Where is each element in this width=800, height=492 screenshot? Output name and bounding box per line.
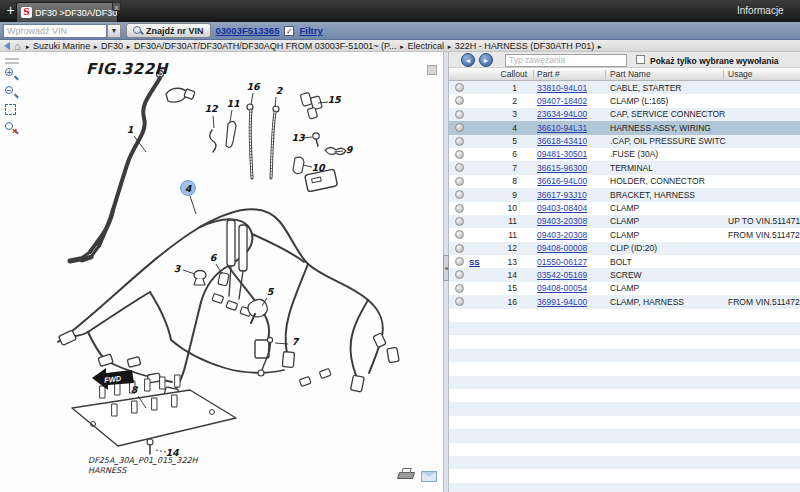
table-row[interactable]: 2 09407-18402 CLAMP (L:165)	[449, 94, 800, 107]
locate-callout-icon[interactable]	[455, 190, 464, 199]
locate-callout-icon[interactable]	[455, 96, 464, 105]
part-number-link[interactable]: 09407-18402	[537, 96, 587, 106]
part-number-link[interactable]: 36616-94L00	[537, 176, 587, 186]
diagram-callout-10[interactable]: 10	[311, 162, 326, 173]
part-number-link[interactable]: 36991-94L00	[537, 297, 587, 307]
fit-to-screen-icon[interactable]	[5, 104, 19, 118]
diagram-callout-16[interactable]: 16	[246, 81, 261, 92]
table-row[interactable]: 3 23634-94L00 CAP, SERVICE CONNECTOR	[449, 108, 800, 121]
locate-callout-icon[interactable]	[455, 137, 464, 146]
part-number-link[interactable]: 09403-08404	[537, 203, 587, 213]
breadcrumb-item[interactable]: DF30	[99, 41, 126, 51]
table-row[interactable]: 4 36610-94L31 HARNESS ASSY, WIRING	[449, 121, 800, 134]
diagram-callout-4[interactable]: 4	[185, 183, 192, 194]
part-number-link[interactable]: 36610-94L31	[537, 123, 587, 133]
back-button[interactable]: ◄	[461, 53, 475, 67]
show-selected-checkbox[interactable]	[636, 55, 645, 64]
information-link[interactable]: Informacje	[737, 5, 800, 16]
print-icon[interactable]	[398, 468, 416, 481]
diagram-callout-6[interactable]: 6	[210, 252, 218, 263]
part-number-link[interactable]: 36617-93J10	[537, 190, 587, 200]
header-part-name[interactable]: Part Name	[610, 69, 651, 79]
header-part[interactable]: Part #	[537, 69, 560, 79]
toolbar-grip[interactable]	[5, 58, 23, 64]
locate-callout-icon[interactable]	[455, 217, 464, 226]
diagram-callout-8[interactable]: 8	[131, 384, 139, 395]
locate-callout-icon[interactable]	[455, 163, 464, 172]
zoom-cancel-icon[interactable]: ×	[5, 122, 19, 136]
breadcrumb-item[interactable]: Electrical	[405, 41, 447, 51]
show-selected-label: Pokaż tylko wybrane wywołania	[650, 56, 779, 66]
zoom-in-icon[interactable]: +	[5, 68, 19, 82]
locate-callout-icon[interactable]	[455, 177, 464, 186]
narrow-filter-input[interactable]	[505, 54, 627, 67]
table-row[interactable]: 11 09403-20308 CLAMP FROM VIN.511472	[449, 228, 800, 241]
part-number-link[interactable]: 09403-20308	[537, 230, 587, 240]
diagram-callout-1[interactable]: 1	[127, 124, 134, 135]
locate-callout-icon[interactable]	[455, 204, 464, 213]
table-row[interactable]: 1 33810-94L01 CABLE, STARTER	[449, 81, 800, 94]
diagram-callout-9[interactable]: 9	[346, 144, 354, 155]
part-number-link[interactable]: 01550-06127	[537, 257, 587, 267]
forward-button[interactable]: ►	[479, 53, 493, 67]
locate-callout-icon[interactable]	[455, 270, 464, 279]
locate-callout-icon[interactable]	[455, 244, 464, 253]
diagram-callout-11[interactable]: 11	[226, 98, 240, 109]
diagram-callout-7[interactable]: 7	[292, 336, 300, 347]
locate-callout-icon[interactable]	[455, 284, 464, 293]
locate-callout-icon[interactable]	[455, 150, 464, 159]
find-vin-button[interactable]: Znajdź nr VIN	[126, 23, 211, 38]
part-number-link[interactable]: 09408-00008	[537, 243, 587, 253]
table-row[interactable]: 16 36991-94L00 CLAMP, HARNESS FROM VIN.5…	[449, 295, 800, 308]
vin-input[interactable]	[3, 24, 107, 38]
parts-panel-toolbar: ◄ ► Pokaż tylko wybrane wywołania	[449, 52, 800, 68]
breadcrumb-item[interactable]: DF30A/DF30AT/DF30ATH/DF30AQH FROM 03003F…	[132, 41, 399, 51]
table-row[interactable]: 6 09481-30501 .FUSE (30A)	[449, 148, 800, 161]
diagram-callout-12[interactable]: 12	[204, 103, 219, 114]
part-number-link[interactable]: 09408-00054	[537, 283, 587, 293]
locate-callout-icon[interactable]	[455, 110, 464, 119]
panel-corner-button[interactable]	[427, 65, 437, 75]
diagram-callout-15[interactable]: 15	[327, 94, 342, 105]
part-number-link[interactable]: 09481-30501	[537, 149, 587, 159]
table-row[interactable]: 14 03542-05169 SCREW	[449, 268, 800, 281]
table-row[interactable]: 12 09408-00008 CLIP (ID:20)	[449, 242, 800, 255]
email-icon[interactable]	[421, 471, 437, 482]
part-number-link[interactable]: 23634-94L00	[537, 109, 587, 119]
breadcrumb-item[interactable]: 322H - HARNESS (DF30ATH P01)	[452, 41, 596, 51]
table-row[interactable]: 11 09403-20308 CLAMP UP TO VIN.511471	[449, 215, 800, 228]
table-row[interactable]: 10 09403-08404 CLAMP	[449, 202, 800, 215]
table-row[interactable]: 5 36618-43410 .CAP, OIL PRESSURE SWITCH	[449, 135, 800, 148]
header-callout[interactable]: Callout	[487, 69, 527, 79]
locate-callout-icon[interactable]	[455, 230, 464, 239]
part-number-link[interactable]: 36615-96300	[537, 163, 587, 173]
part-number-link[interactable]: 09403-20308	[537, 216, 587, 226]
filters-link[interactable]: Filtry	[299, 25, 322, 36]
part-number-link[interactable]: 03542-05169	[537, 270, 587, 280]
back-arrow-icon[interactable]	[4, 42, 10, 50]
filter-checkbox-icon[interactable]: ✓	[284, 26, 294, 36]
tab-close-icon[interactable]: x	[112, 2, 121, 11]
home-icon[interactable]: ⌂	[14, 41, 21, 51]
diagram-callout-13[interactable]: 13	[291, 132, 306, 143]
locate-callout-icon[interactable]	[455, 297, 464, 306]
locate-callout-icon[interactable]	[455, 123, 464, 132]
part-number-link[interactable]: 36618-43410	[537, 136, 587, 146]
table-row[interactable]: 8 36616-94L00 HOLDER, CONNECTOR	[449, 175, 800, 188]
diagram-callout-5[interactable]: 5	[267, 286, 275, 297]
part-number-link[interactable]: 33810-94L01	[537, 83, 587, 93]
vin-number-link[interactable]: 03003F513365	[216, 25, 280, 36]
zoom-out-icon[interactable]: −	[5, 86, 19, 100]
table-row[interactable]: 15 09408-00054 CLAMP	[449, 282, 800, 295]
locate-callout-icon[interactable]	[455, 83, 464, 92]
chevron-down-icon[interactable]: ▼	[107, 24, 121, 38]
table-row[interactable]: 9 36617-93J10 BRACKET, HARNESS	[449, 188, 800, 201]
locate-callout-icon[interactable]	[455, 257, 464, 266]
header-usage[interactable]: Usage	[728, 69, 753, 79]
diagram-callout-2[interactable]: 2	[276, 85, 284, 96]
breadcrumb-item[interactable]: Suzuki Marine	[31, 41, 93, 51]
table-row[interactable]: 7 36615-96300 TERMINAL	[449, 161, 800, 174]
tab-df30[interactable]: S DF30 >DF30A/DF30AT...	[16, 2, 118, 22]
table-row[interactable]: SS 13 01550-06127 BOLT	[449, 255, 800, 268]
diagram-callout-3[interactable]: 3	[174, 263, 182, 274]
